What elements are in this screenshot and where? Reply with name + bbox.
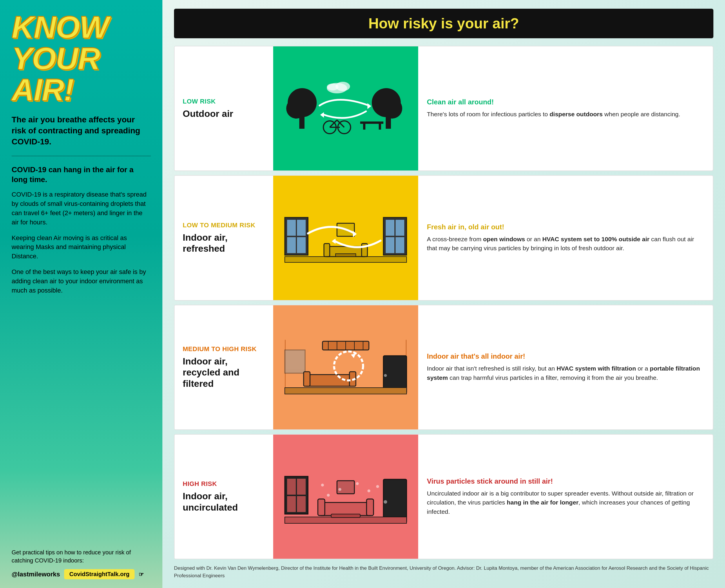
svg-point-76 xyxy=(327,494,330,497)
risk-name-med-high: Indoor air, recycled and filtered xyxy=(183,356,265,389)
risk-label-low-med: LOW TO MEDIUM RISK xyxy=(183,222,265,229)
risk-right-body-low-med: A cross-breeze from open windows or an H… xyxy=(427,235,704,253)
svg-rect-61 xyxy=(297,479,306,495)
svg-rect-70 xyxy=(331,514,360,518)
risk-right-body-high: Uncirculated indoor air is a big contrib… xyxy=(427,489,704,517)
risk-image-low-med xyxy=(273,176,418,300)
risk-left-low-med: LOW TO MEDIUM RISK Indoor air, refreshed xyxy=(174,176,273,300)
svg-rect-26 xyxy=(297,237,306,253)
svg-rect-32 xyxy=(285,257,407,262)
svg-rect-25 xyxy=(287,237,296,253)
risk-left-low: LOW RISK Outdoor air xyxy=(174,46,273,170)
svg-point-50 xyxy=(384,374,387,377)
sidebar-body2: Keeping clean Air moving is as critical … xyxy=(12,233,151,261)
risk-right-high: Virus particles stick around in still ai… xyxy=(418,435,713,559)
sidebar-handle: @lastmileworks CovidStraightTalk.org ☞ xyxy=(12,569,151,579)
risk-right-body-low: There's lots of room for infectious part… xyxy=(427,110,704,119)
svg-point-77 xyxy=(376,485,379,488)
risk-right-heading-low-med: Fresh air in, old air out! xyxy=(427,223,704,231)
svg-rect-60 xyxy=(287,479,296,495)
svg-point-65 xyxy=(384,500,387,504)
svg-rect-63 xyxy=(297,496,306,512)
risk-image-high xyxy=(273,435,418,559)
svg-point-19 xyxy=(327,84,338,90)
risk-name-high: Indoor air, uncirculated xyxy=(183,490,265,513)
main-header-title: How risky is your air? xyxy=(180,15,708,32)
risk-row-high: HIGH RISK Indoor air, uncirculated xyxy=(174,434,713,559)
sidebar-title: KNOW YOUR AIR! xyxy=(12,12,151,106)
svg-rect-34 xyxy=(324,244,330,257)
sidebar-subtitle: The air you breathe affects your risk of… xyxy=(12,114,151,147)
svg-rect-6 xyxy=(386,114,391,129)
svg-rect-8 xyxy=(363,124,366,130)
risk-right-heading-high: Virus particles stick around in still ai… xyxy=(427,477,704,485)
sidebar: KNOW YOUR AIR! The air you breathe affec… xyxy=(0,0,162,588)
svg-point-75 xyxy=(368,489,370,492)
risk-right-low-med: Fresh air in, old air out! A cross-breez… xyxy=(418,176,713,300)
cursor-icon: ☞ xyxy=(139,571,144,578)
risk-rows: LOW RISK Outdoor air xyxy=(174,46,713,559)
svg-point-74 xyxy=(356,482,359,485)
sidebar-footer: Get practical tips on how to reduce your… xyxy=(12,548,151,579)
indoor-refreshed-illustration xyxy=(279,209,412,267)
svg-rect-3 xyxy=(299,114,305,129)
twitter-handle[interactable]: @lastmileworks xyxy=(12,571,60,578)
sidebar-body3: One of the best ways to keep your air sa… xyxy=(12,267,151,295)
svg-rect-9 xyxy=(379,124,381,130)
main-header: How risky is your air? xyxy=(174,9,713,38)
risk-right-med-high: Indoor air that's all indoor air! Indoor… xyxy=(418,305,713,429)
risk-right-heading-med-high: Indoor air that's all indoor air! xyxy=(427,352,704,360)
svg-rect-54 xyxy=(304,372,310,386)
svg-point-73 xyxy=(338,488,341,491)
svg-rect-7 xyxy=(360,122,384,124)
risk-name-low: Outdoor air xyxy=(183,108,265,119)
risk-label-low: LOW RISK xyxy=(183,98,265,105)
covid-link-badge[interactable]: CovidStraightTalk.org xyxy=(64,569,134,579)
svg-rect-52 xyxy=(285,387,407,394)
svg-rect-71 xyxy=(337,481,354,494)
risk-right-low: Clean air all around! There's lots of ro… xyxy=(418,46,713,170)
svg-point-72 xyxy=(321,484,324,486)
svg-rect-51 xyxy=(285,350,305,373)
main-content: How risky is your air? LOW RISK Outdoor … xyxy=(162,0,725,588)
sidebar-footer-tip: Get practical tips on how to reduce your… xyxy=(12,548,151,565)
risk-name-low-med: Indoor air, refreshed xyxy=(183,232,265,254)
risk-right-body-med-high: Indoor air that isn't refreshed is still… xyxy=(427,364,704,382)
svg-rect-62 xyxy=(287,496,296,512)
outdoor-illustration xyxy=(279,80,412,138)
sidebar-covid-heading: COVID-19 can hang in the air for a long … xyxy=(12,165,151,185)
sidebar-divider xyxy=(12,156,151,156)
risk-left-high: HIGH RISK Indoor air, uncirculated xyxy=(174,435,273,559)
risk-row-med-high: MEDIUM TO HIGH RISK Indoor air, recycled… xyxy=(174,305,713,430)
svg-rect-28 xyxy=(386,220,394,236)
svg-rect-23 xyxy=(287,220,296,236)
risk-image-low xyxy=(273,46,418,170)
indoor-recycled-illustration xyxy=(279,338,412,396)
risk-row-low-med: LOW TO MEDIUM RISK Indoor air, refreshed xyxy=(174,175,713,300)
risk-label-med-high: MEDIUM TO HIGH RISK xyxy=(183,345,265,353)
svg-rect-69 xyxy=(367,499,374,516)
main-credit: Designed with Dr. Kevin Van Den Wymelenb… xyxy=(174,565,713,579)
svg-rect-31 xyxy=(396,237,404,253)
svg-rect-30 xyxy=(386,237,394,253)
risk-right-heading-low: Clean air all around! xyxy=(427,98,704,106)
risk-left-med-high: MEDIUM TO HIGH RISK Indoor air, recycled… xyxy=(174,305,273,429)
risk-image-med-high xyxy=(273,305,418,429)
risk-row-low: LOW RISK Outdoor air xyxy=(174,46,713,171)
svg-rect-24 xyxy=(297,220,306,236)
svg-rect-29 xyxy=(396,220,404,236)
sidebar-body1: COVID-19 is a respiratory disease that's… xyxy=(12,190,151,227)
svg-rect-67 xyxy=(319,502,372,516)
svg-point-5 xyxy=(382,98,402,119)
svg-rect-66 xyxy=(285,517,407,523)
indoor-uncirculated-illustration xyxy=(279,468,412,526)
svg-rect-36 xyxy=(335,254,356,257)
svg-rect-68 xyxy=(318,499,325,516)
risk-label-high: HIGH RISK xyxy=(183,480,265,488)
